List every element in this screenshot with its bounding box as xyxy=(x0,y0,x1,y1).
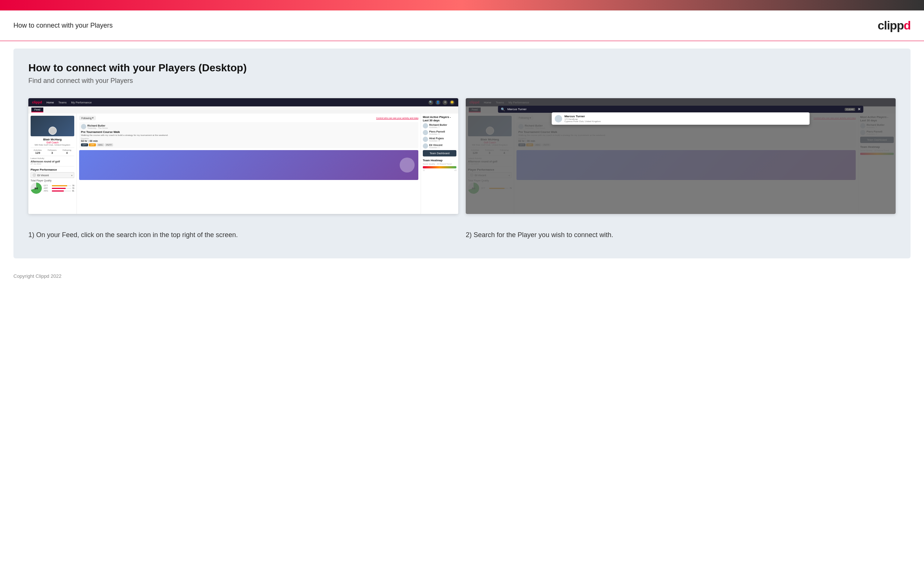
activity-title: Pre Tournament Course Walk xyxy=(81,130,416,134)
stat-following: Following 4 xyxy=(63,149,71,154)
app-ui-2: clippd Home Teams My Performance Feed Bl… xyxy=(466,98,896,214)
middle-panel-1: Following ▾ Control who can see your act… xyxy=(77,114,421,214)
skill-arg: ARG 61 xyxy=(44,190,74,192)
stat-activities: Activities 129 xyxy=(34,149,42,154)
step-2-number: 2) xyxy=(466,231,472,239)
close-icon[interactable]: ✕ xyxy=(858,107,861,111)
step-2: 2) Search for the Player you wish to con… xyxy=(466,223,896,240)
following-button[interactable]: Following ▾ xyxy=(79,116,96,120)
tag-putt: PUTT xyxy=(105,143,113,146)
player-list-sub: Activities: 3 xyxy=(429,140,444,142)
heatmap-labels: -5 +5 xyxy=(423,169,456,171)
following-row: Following ▾ Control who can see your act… xyxy=(79,116,418,120)
activity-avatar xyxy=(81,124,86,129)
nav-my-performance[interactable]: My Performance xyxy=(71,101,92,104)
logo-text: clipp xyxy=(878,19,904,32)
latest-activity-title: Afternoon round of golf xyxy=(31,160,74,163)
feed-tab-1[interactable]: Feed xyxy=(31,107,43,112)
screenshot-2: clippd Home Teams My Performance Feed Bl… xyxy=(466,98,896,214)
search-icon[interactable]: 🔍 xyxy=(429,100,433,105)
latest-activity-date: 27 Jul 2022 xyxy=(31,163,74,165)
nav-teams[interactable]: Teams xyxy=(58,101,67,104)
player-avatar xyxy=(423,136,428,142)
player-avatar xyxy=(423,130,428,135)
main-content: How to connect with your Players (Deskto… xyxy=(13,49,911,258)
divider xyxy=(31,148,74,148)
heatmap-title: Team Heatmap xyxy=(423,159,456,162)
footer: Copyright Clippd 2022 xyxy=(0,266,924,286)
nav-icons: 🔍 👤 ⚙ 🙂 xyxy=(429,100,455,105)
list-item: Hiral Pujara Activities: 3 xyxy=(423,136,456,142)
divider-2 xyxy=(31,156,74,156)
stats-row: Activities 129 Followers 3 Following 4 xyxy=(31,149,74,154)
heatmap-max: +5 xyxy=(454,169,456,171)
tag-arg: ARG xyxy=(97,143,104,146)
tpq-score: 84 xyxy=(31,183,42,194)
step-2-text: 2) Search for the Player you wish to con… xyxy=(466,231,896,240)
tpq-label: Total Player Quality xyxy=(31,179,74,182)
divider-3 xyxy=(31,166,74,167)
activity-desc: Walking the course with my coach to buil… xyxy=(81,134,416,136)
activity-user-row: Richard Butler Yesterday · The Grove xyxy=(81,124,416,129)
settings-icon[interactable]: ⚙ xyxy=(443,100,447,105)
player-list-name: Hiral Pujara xyxy=(429,137,444,140)
player-list-name: Piers Parnell xyxy=(429,130,445,133)
avatar-icon[interactable]: 🙂 xyxy=(450,100,455,105)
player-select[interactable]: Eli Vincent ▾ xyxy=(31,172,74,178)
latest-activity-label: Latest Activity xyxy=(31,157,74,159)
step-1-desc: On your Feed, click on the search icon i… xyxy=(36,231,238,239)
tag-app: APP xyxy=(89,143,96,146)
result-avatar xyxy=(555,115,562,122)
copyright: Copyright Clippd 2022 xyxy=(13,273,61,279)
steps-row: 1) On your Feed, click on the search ico… xyxy=(28,223,896,240)
step-2-desc: Search for the Player you wish to connec… xyxy=(474,231,613,239)
chevron-down-icon: ▾ xyxy=(71,174,73,177)
profile-name: Blair McHarg xyxy=(31,138,74,141)
stat-act-value: 129 xyxy=(34,151,42,154)
activity-photo xyxy=(79,150,418,180)
player-list-sub: Activities: 1 xyxy=(429,146,443,149)
heatmap-sub: Score Quality · 20 Round Trend xyxy=(423,163,456,165)
right-panel-1: Most Active Players - Last 30 days Richa… xyxy=(421,114,458,214)
skill-app: APP 70 xyxy=(44,187,74,189)
activity-duration: 02 hr : 00 min xyxy=(81,140,416,142)
player-list-sub: Activities: 4 xyxy=(429,133,445,135)
search-result-card[interactable]: Marcus Turner 1-5 Handicap Cypress Point… xyxy=(552,112,809,125)
player-select-avatar xyxy=(32,173,36,177)
stat-fng-value: 4 xyxy=(63,151,71,154)
players-list: Richard Butler Activities: 7 Piers Parne… xyxy=(423,123,456,149)
team-dashboard-button[interactable]: Team Dashboard xyxy=(423,150,456,156)
stat-followers: Followers 3 xyxy=(48,149,57,154)
screenshot-1: clippd Home Teams My Performance 🔍 👤 ⚙ 🙂… xyxy=(28,98,458,214)
step-1-number: 1) xyxy=(28,231,34,239)
user-icon[interactable]: 👤 xyxy=(435,100,440,105)
logo-accent: d xyxy=(903,19,911,32)
top-bar xyxy=(0,0,924,10)
player-avatar xyxy=(423,123,428,128)
result-club: Cypress Point Club, United Kingdom xyxy=(564,120,600,122)
chevron-small-icon: ▾ xyxy=(92,117,94,120)
left-panel-1: Blair McHarg Golf Coach Mill Ride Golf C… xyxy=(28,114,77,214)
list-item: Piers Parnell Activities: 4 xyxy=(423,130,456,135)
search-input[interactable]: Marcus Turner xyxy=(507,107,842,111)
player-list-sub: Activities: 7 xyxy=(429,126,447,128)
step-1: 1) On your Feed, click on the search ico… xyxy=(28,223,458,240)
main-subheading: Find and connect with your Players xyxy=(28,77,896,85)
step-1-text: 1) On your Feed, click on the search ico… xyxy=(28,231,458,240)
list-item: Richard Butler Activities: 7 xyxy=(423,123,456,128)
control-link[interactable]: Control who can see your activity and da… xyxy=(376,117,418,119)
clear-button[interactable]: CLEAR xyxy=(845,108,855,111)
map-title: Most Active Players - Last 30 days xyxy=(423,115,456,122)
search-bar-overlay: 🔍 Marcus Turner CLEAR ✕ xyxy=(498,106,863,113)
tag-row: OTT APP ARG PUTT xyxy=(81,143,416,146)
main-heading: How to connect with your Players (Deskto… xyxy=(28,62,896,74)
activity-card-1: Richard Butler Yesterday · The Grove Pre… xyxy=(79,122,418,148)
page-title: How to connect with your Players xyxy=(13,22,113,29)
app-body-1: Blair McHarg Golf Coach Mill Ride Golf C… xyxy=(28,114,458,214)
profile-bg xyxy=(31,116,74,136)
profile-role: Golf Coach xyxy=(31,141,74,144)
nav-home[interactable]: Home xyxy=(47,101,54,104)
result-name: Marcus Turner xyxy=(564,115,600,118)
screenshots-row: clippd Home Teams My Performance 🔍 👤 ⚙ 🙂… xyxy=(28,98,896,214)
avatar xyxy=(49,127,57,135)
